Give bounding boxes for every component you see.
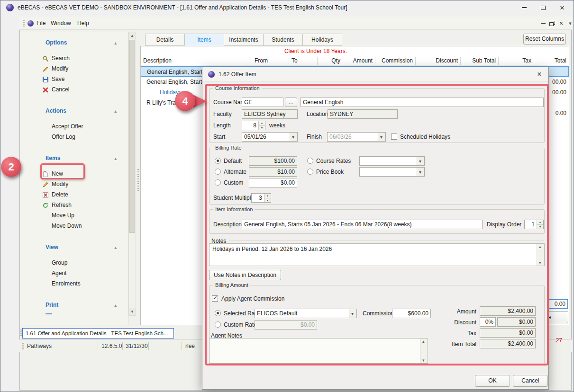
annotation-highlight-rect-dialog [205,84,549,365]
collapse-arrow-icon[interactable] [114,299,117,311]
row-total: 00.00 [552,87,566,98]
row-total: 0.00 [556,108,566,118]
mdi-minimize-button[interactable] [539,18,547,28]
mdi-restore-button[interactable] [548,18,556,28]
sidebar-item-modify-item[interactable]: Modify [20,179,128,189]
column-header-tax[interactable]: Tax [499,57,534,65]
statusbar-separator [182,342,182,350]
dialog-title: 1.62 Offer Item [219,67,256,81]
minimize-icon [541,23,546,24]
toolbar-options-button[interactable] [566,18,574,28]
column-header-qty[interactable]: Qty [318,57,343,65]
dialog-titlebar: 1.62 Offer Item [202,67,548,81]
sidebar-item-label: Move Down [52,223,82,229]
sidebar-item-accept-offer[interactable]: Accept Offer [20,121,128,132]
menu-help[interactable]: Help [74,17,92,30]
sidebar-item-group[interactable]: Group [20,258,128,268]
restore-icon [549,21,555,26]
row-description: General English, Starts [147,67,205,77]
sidebar-section-header-print[interactable]: Print [20,299,128,311]
sidebar-item-search[interactable]: Search [20,53,128,63]
sidebar-item-label: Refresh [52,202,72,208]
close-icon [559,20,563,27]
dialog-close-button[interactable] [533,69,546,80]
maximize-button[interactable] [534,0,553,15]
section-title: View [46,244,58,250]
minimize-button[interactable] [515,0,534,15]
sidebar-item-delete[interactable]: Delete [20,189,128,200]
sidebar-item-label: Move Up [52,212,74,219]
cancel-icon [42,86,49,93]
column-header-discount[interactable]: Discount [416,57,461,65]
close-icon [560,4,565,12]
section-title: Actions [46,107,66,114]
statusbar-separator [122,342,123,350]
sidebar-item-label: Accept Offer [52,123,83,130]
close-button[interactable] [553,0,572,15]
tab-details[interactable]: Details [145,34,185,46]
collapse-arrow-icon[interactable] [114,152,117,164]
scroll-down-icon[interactable]: ▼ [129,308,136,315]
column-header-to[interactable]: To [289,57,318,65]
sidebar-item-move-up[interactable]: Move Up [20,210,128,221]
scroll-up-icon[interactable]: ▲ [129,32,136,39]
statusbar-version: 12.6.5.0 [101,340,122,352]
sidebar-section-header-actions[interactable]: Actions [20,105,128,116]
tab-students[interactable]: Students [263,34,303,46]
collapse-arrow-icon[interactable] [114,37,117,48]
column-header-amount[interactable]: Amount [343,57,375,65]
open-window-status-item[interactable]: 1.61 Offer and Application Details - TES… [22,328,174,339]
sidebar-section-options: Options Search Modify Save Can [20,34,128,102]
scrollbar-thumb[interactable] [129,40,135,233]
sidebar-item-enrolments[interactable]: Enrolments [20,278,128,289]
sidebar-item-agent[interactable]: Agent [20,268,128,278]
column-header-from[interactable]: From [252,57,289,65]
sidebar-item-modify[interactable]: Modify [20,63,128,74]
statusbox-grip[interactable] [20,330,22,337]
minimize-icon [522,7,527,8]
pin-icon [569,20,572,27]
menu-window[interactable]: Window [48,17,74,30]
sidebar-item-cancel[interactable]: Cancel [20,84,128,95]
sidebar-section-header-view[interactable]: View [20,241,128,253]
statusbar-grip [22,343,24,349]
menu-file[interactable]: File [34,17,48,30]
tab-items[interactable]: Items [184,34,224,46]
sidebar-scrollbar[interactable]: ▲ ▼ [128,32,136,316]
menubar-grip[interactable] [23,20,25,27]
tab-instalments[interactable]: Instalments [224,34,264,46]
delete-icon [42,191,49,198]
annotation-step-badge-4: 4 [175,91,195,111]
mdi-close-button[interactable] [557,18,565,28]
row-description: R Lilly's Tran [146,98,179,108]
statusbar-pathways: Pathways [27,340,52,352]
sidebar-item-label: Modify [52,181,68,187]
statusbar-separator [148,342,149,350]
annotation-step-badge-2: 2 [1,157,21,177]
window-titlebar: eBECAS - eBECAS VET DEMO - SANDBOX ENVIR… [0,0,574,15]
row-description: General English, Starts [146,77,205,87]
statusbar-date: 31/12/30 [126,340,148,352]
sidebar-section-header-options[interactable]: Options [20,37,128,48]
column-header-commission[interactable]: Commission [375,57,416,65]
column-header-description[interactable]: Description [141,57,252,65]
sidebar-item-label: Cancel [52,86,69,93]
sidebar-item-move-down[interactable]: Move Down [20,221,128,231]
annotation-highlight-rect-new [40,163,85,179]
ok-button[interactable]: OK [475,375,510,387]
reset-columns-button[interactable]: Reset Columns [523,34,566,45]
collapse-arrow-icon[interactable] [114,105,117,116]
sidebar-section-header-items[interactable]: Items [20,152,128,164]
sidebar-item-offer-log[interactable]: Offer Log [20,132,128,142]
column-header-subtotal[interactable]: Sub Total [461,57,499,65]
sidebar-section-view: View Group Agent Enrolments [20,239,128,296]
splitter[interactable] [137,32,140,325]
collapse-arrow-icon[interactable] [114,241,117,253]
sidebar-item-refresh[interactable]: Refresh [20,200,128,210]
sidebar-item-save[interactable]: Save [20,74,128,84]
column-header-total[interactable]: Total [534,57,569,65]
under-18-warning: Client is Under 18 Years. [140,48,491,54]
grid-total-cell-fragment: 0.00 [546,299,568,309]
cancel-button[interactable]: Cancel [513,375,548,387]
tab-holidays[interactable]: Holidays [302,34,342,46]
